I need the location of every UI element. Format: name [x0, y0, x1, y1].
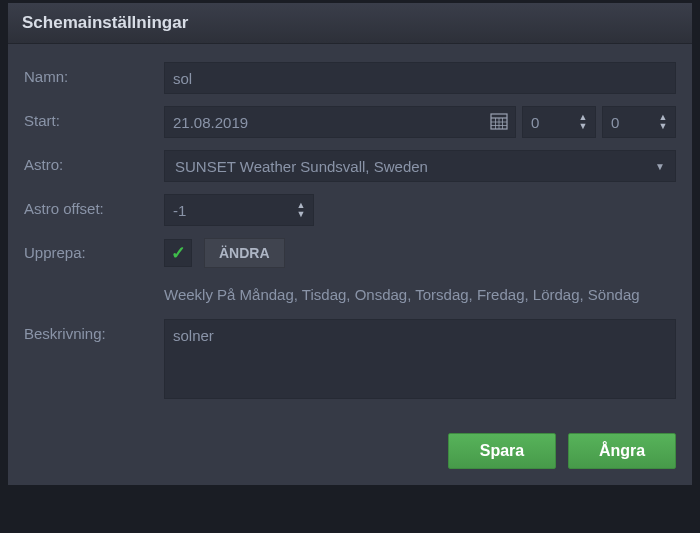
- name-input[interactable]: [164, 62, 676, 94]
- label-name: Namn:: [24, 62, 164, 85]
- chevron-down-icon[interactable]: ▼: [573, 122, 593, 131]
- change-repeat-button[interactable]: ÄNDRA: [204, 238, 285, 268]
- hour-spin-arrows[interactable]: ▲ ▼: [573, 109, 593, 135]
- schedule-settings-dialog: Schemainställningar Namn: Start:: [7, 2, 693, 486]
- astro-offset-stepper[interactable]: -1 ▲ ▼: [164, 194, 314, 226]
- calendar-icon[interactable]: [488, 110, 510, 132]
- dialog-footer: Spara Ångra: [8, 423, 692, 485]
- repeat-checkbox[interactable]: ✓: [164, 239, 192, 267]
- description-textarea[interactable]: [164, 319, 676, 399]
- dialog-title: Schemainställningar: [22, 13, 678, 33]
- start-hour-stepper[interactable]: 0 ▲ ▼: [522, 106, 596, 138]
- start-minute-stepper[interactable]: 0 ▲ ▼: [602, 106, 676, 138]
- row-description: Beskrivning:: [24, 319, 676, 399]
- label-astro-offset: Astro offset:: [24, 194, 164, 217]
- minute-spin-arrows[interactable]: ▲ ▼: [653, 109, 673, 135]
- chevron-down-icon[interactable]: ▼: [653, 122, 673, 131]
- astro-select-value: SUNSET Weather Sundsvall, Sweden: [175, 158, 428, 175]
- start-date-input[interactable]: [164, 106, 516, 138]
- astro-select[interactable]: SUNSET Weather Sundsvall, Sweden ▼: [164, 150, 676, 182]
- undo-button[interactable]: Ångra: [568, 433, 676, 469]
- chevron-down-icon: ▼: [655, 161, 665, 172]
- row-start: Start:: [24, 106, 676, 138]
- save-button[interactable]: Spara: [448, 433, 556, 469]
- repeat-summary: Weekly På Måndag, Tisdag, Onsdag, Torsda…: [164, 284, 676, 307]
- chevron-down-icon[interactable]: ▼: [291, 210, 311, 219]
- row-repeat: Upprepa: ✓ ÄNDRA Weekly På Måndag, Tisda…: [24, 238, 676, 307]
- dialog-titlebar: Schemainställningar: [8, 3, 692, 44]
- label-repeat: Upprepa:: [24, 238, 164, 261]
- label-start: Start:: [24, 106, 164, 129]
- offset-spin-arrows[interactable]: ▲ ▼: [291, 197, 311, 223]
- label-astro: Astro:: [24, 150, 164, 173]
- start-minute-value: 0: [611, 114, 651, 131]
- row-name: Namn:: [24, 62, 676, 94]
- dialog-body: Namn: Start:: [8, 44, 692, 423]
- check-icon: ✓: [171, 242, 186, 264]
- astro-offset-value: -1: [173, 202, 289, 219]
- row-astro-offset: Astro offset: -1 ▲ ▼: [24, 194, 676, 226]
- row-astro: Astro: SUNSET Weather Sundsvall, Sweden …: [24, 150, 676, 182]
- label-description: Beskrivning:: [24, 319, 164, 342]
- start-hour-value: 0: [531, 114, 571, 131]
